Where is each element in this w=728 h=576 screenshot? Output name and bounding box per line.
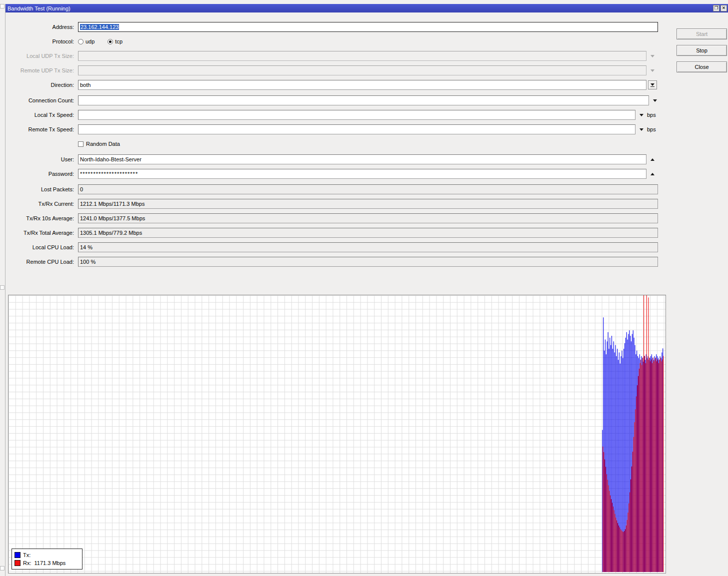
protocol-udp-label: udp	[86, 38, 94, 44]
remote-udp-tx-size-label: Remote UDP Tx Size:	[6, 67, 78, 73]
chevron-down-icon	[650, 83, 654, 86]
address-row: Address: 23.162.144.123	[6, 22, 728, 32]
protocol-tcp-label: tcp	[115, 38, 122, 44]
lost-packets-row: Lost Packets: 0	[6, 184, 728, 194]
legend-rx-label: Rx:	[23, 560, 32, 566]
remote-tx-speed-unit: bps	[647, 126, 656, 132]
bandwidth-test-window: Bandwidth Test (Running) ❐ ✕ Address: 23…	[5, 4, 728, 576]
direction-row: Direction: both	[6, 80, 728, 90]
title-bar[interactable]: Bandwidth Test (Running) ❐ ✕	[6, 4, 728, 12]
tx-rx-10s-average-label: Tx/Rx 10s Average:	[6, 215, 78, 221]
local-udp-tx-size-row: Local UDP Tx Size:	[6, 51, 728, 61]
tx-swatch-icon	[14, 552, 20, 558]
user-row: User: North-Idaho-Btest-Server	[6, 154, 728, 164]
background-window-fragment	[0, 4, 4, 8]
direction-dropdown-button[interactable]	[648, 80, 657, 89]
remote-tx-speed-input[interactable]	[78, 124, 636, 134]
protocol-row: Protocol: udp tcp	[6, 36, 728, 46]
password-label: Password:	[6, 171, 78, 177]
graph-legend: Tx: Rx: 1171.3 Mbps	[12, 549, 82, 570]
connection-count-label: Connection Count:	[6, 97, 78, 103]
background-window-fragment	[0, 566, 4, 571]
random-data-row: Random Data	[6, 139, 728, 149]
local-tx-speed-label: Local Tx Speed:	[6, 112, 78, 118]
local-tx-speed-input[interactable]	[78, 110, 636, 120]
chevron-down-icon[interactable]	[653, 99, 657, 102]
legend-tx-label: Tx:	[23, 552, 30, 558]
user-label: User:	[6, 156, 78, 162]
tx-rx-current-label: Tx/Rx Current:	[6, 201, 78, 207]
remote-cpu-load-row: Remote CPU Load: 100 %	[6, 257, 728, 267]
local-udp-tx-size-label: Local UDP Tx Size:	[6, 53, 78, 59]
close-button[interactable]: Close	[676, 61, 727, 72]
local-tx-speed-row: Local Tx Speed: bps	[6, 110, 728, 120]
chevron-down-icon[interactable]	[640, 114, 644, 116]
protocol-tcp-radio[interactable]	[108, 39, 113, 44]
restore-icon[interactable]: ❐	[713, 5, 720, 11]
legend-rx-row: Rx: 1171.3 Mbps	[14, 559, 80, 567]
address-label: Address:	[6, 24, 78, 30]
protocol-label: Protocol:	[6, 38, 78, 44]
legend-tx-row: Tx:	[14, 551, 80, 559]
background-window-fragment	[0, 285, 4, 290]
chevron-up-icon[interactable]	[650, 158, 654, 161]
random-data-label: Random Data	[86, 141, 120, 147]
bandwidth-graph-svg	[8, 295, 664, 572]
bandwidth-graph: Tx: Rx: 1171.3 Mbps	[8, 295, 666, 574]
chevron-down-icon[interactable]	[640, 128, 644, 131]
tx-rx-current-row: Tx/Rx Current: 1212.1 Mbps/1171.3 Mbps	[6, 199, 728, 209]
legend-rx-value: 1171.3 Mbps	[34, 560, 66, 566]
address-selected-text: 23.162.144.123	[80, 24, 119, 30]
local-cpu-load-value: 14 %	[78, 242, 658, 252]
tx-rx-total-average-value: 1305.1 Mbps/779.2 Mbps	[78, 228, 658, 238]
tx-rx-10s-average-row: Tx/Rx 10s Average: 1241.0 Mbps/1377.5 Mb…	[6, 213, 728, 223]
remote-udp-tx-size-row: Remote UDP Tx Size:	[6, 65, 728, 75]
protocol-udp-radio[interactable]	[78, 39, 84, 44]
password-row: Password: **********************	[6, 169, 728, 179]
background-window-strip	[0, 0, 5, 576]
address-input[interactable]: 23.162.144.123	[78, 22, 658, 32]
tx-rx-10s-average-value: 1241.0 Mbps/1377.5 Mbps	[78, 213, 658, 223]
random-data-checkbox[interactable]	[78, 141, 84, 147]
local-cpu-load-label: Local CPU Load:	[6, 244, 78, 250]
lost-packets-label: Lost Packets:	[6, 186, 78, 192]
remote-tx-speed-label: Remote Tx Speed:	[6, 126, 78, 132]
start-button: Start	[676, 28, 727, 39]
remote-tx-speed-row: Remote Tx Speed: bps	[6, 124, 728, 134]
window-title: Bandwidth Test (Running)	[8, 5, 70, 11]
stop-button[interactable]: Stop	[676, 45, 727, 56]
connection-count-row: Connection Count:	[6, 95, 728, 105]
local-tx-speed-unit: bps	[647, 112, 656, 118]
tx-rx-total-average-row: Tx/Rx Total Average: 1305.1 Mbps/779.2 M…	[6, 228, 728, 238]
local-cpu-load-row: Local CPU Load: 14 %	[6, 242, 728, 252]
tx-rx-total-average-label: Tx/Rx Total Average:	[6, 230, 78, 236]
password-input[interactable]: **********************	[78, 169, 646, 179]
remote-udp-tx-size-input	[78, 65, 646, 75]
direction-input[interactable]: both	[78, 80, 646, 90]
direction-label: Direction:	[6, 82, 78, 88]
tx-rx-current-value: 1212.1 Mbps/1171.3 Mbps	[78, 199, 658, 209]
chevron-up-icon[interactable]	[650, 173, 654, 175]
dialog-body: Address: 23.162.144.123 Protocol: udp tc…	[6, 12, 728, 576]
connection-count-input[interactable]	[78, 95, 649, 105]
remote-cpu-load-label: Remote CPU Load:	[6, 259, 78, 265]
remote-cpu-load-value: 100 %	[78, 257, 658, 267]
close-icon[interactable]: ✕	[720, 5, 727, 11]
user-input[interactable]: North-Idaho-Btest-Server	[78, 154, 646, 164]
dropdown-bar-icon	[650, 86, 654, 87]
chevron-down-icon	[650, 69, 654, 72]
local-udp-tx-size-input	[78, 51, 646, 61]
lost-packets-value: 0	[78, 184, 658, 194]
rx-swatch-icon	[14, 560, 20, 566]
chevron-down-icon	[650, 55, 654, 57]
